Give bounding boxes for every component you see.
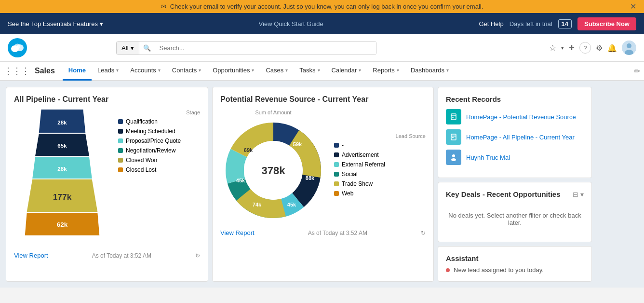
donut-legend-blank: - [334,142,426,149]
svg-text:45k: 45k [287,202,296,207]
revenue-card: Potential Revenue Source - Current Year … [212,87,434,282]
donut-svg: 59k 88k 45k 74k 45k 69k 378k [220,117,326,223]
all-label: All [121,44,128,52]
notif-message: Check your email to verify your account.… [170,3,483,10]
sum-label: Sum of Amount [255,110,291,115]
record-item-1: HomePage - Potential Revenue Source [446,109,584,124]
svg-text:74k: 74k [253,202,262,207]
donut-chart-wrap: 59k 88k 45k 74k 45k 69k 378k [220,117,326,223]
assistant-dot [446,268,450,272]
svg-point-36 [452,154,455,157]
record-icon-3 [446,150,461,165]
search-input[interactable] [155,41,376,55]
donut-legend: Lead Source - Advertisement External Ref… [334,133,426,200]
content-area: All Pipeline - Current Year 28k 65k 28k [0,81,644,288]
days-trial-label: Days left in trial [510,20,552,28]
legend-title: Stage [118,110,200,115]
legend-qualification: Qualification [118,118,200,125]
donut-legend-external-referral: External Referral [334,161,426,168]
assistant-card: Assistant New lead assigned to you today… [438,246,592,282]
quick-start-link[interactable]: View Quick Start Guide [259,20,323,28]
pipeline-card-title: All Pipeline - Current Year [14,95,200,104]
donut-legend-trade-show: Trade Show [334,180,426,187]
nav-edit-icon[interactable]: ✏ [634,67,640,76]
record-link-1[interactable]: HomePage - Potential Revenue Source [466,113,576,121]
all-chevron: ▾ [131,44,134,52]
record-link-2[interactable]: HomePage - All Pipeline - Current Year [466,134,575,141]
assistant-item: New lead assigned to you today. [446,266,584,274]
donut-legend-label-5: Trade Show [342,180,373,187]
filter-icon[interactable]: ⊟ [573,191,578,198]
revenue-card-title: Potential Revenue Source - Current Year [220,95,426,104]
svg-text:59k: 59k [293,141,302,147]
funnel-svg: 28k 65k 28k 177k 62k [14,110,110,245]
bell-icon[interactable]: 🔔 [607,43,617,53]
top-features-link[interactable]: See the Top Essentials Features ▾ [8,20,103,28]
nav-grid-icon[interactable]: ⋮⋮⋮ [4,66,30,76]
nav-item-contacts[interactable]: Contacts ▾ [166,61,207,81]
revenue-refresh-icon[interactable]: ↻ [421,230,426,236]
donut-legend-label-1: - [342,142,344,149]
svg-text:45k: 45k [236,178,245,183]
help-icon[interactable]: ? [579,42,591,54]
star-dropdown-icon[interactable]: ▾ [561,45,564,51]
recent-records-card: Recent Records HomePage - Potential Reve… [438,87,592,178]
key-deals-empty-msg: No deals yet. Select another filter or c… [446,204,584,234]
add-icon[interactable]: + [569,42,575,54]
subscribe-button[interactable]: Subscribe Now [577,17,636,30]
donut-legend-label-4: Social [342,171,358,178]
svg-text:88k: 88k [306,175,315,181]
search-all-button[interactable]: All ▾ [117,41,139,55]
legend-label-qualification: Qualification [126,118,158,125]
donut-legend-label-3: External Referral [342,161,385,168]
legend-label-proposal: Proposal/Price Quote [126,138,181,144]
nav-item-tasks[interactable]: Tasks ▾ [294,61,325,81]
svg-rect-30 [451,114,456,120]
avatar[interactable] [622,41,636,55]
donut-legend-web: Web [334,190,426,197]
nav-item-home[interactable]: Home [63,61,92,81]
svg-point-2 [14,44,20,49]
record-link-3[interactable]: Huynh Truc Mai [466,154,510,161]
nav-app-name: Sales [35,67,55,75]
donut-legend-advertisement: Advertisement [334,152,426,158]
days-trial-count: 14 [558,19,572,28]
nav-item-accounts[interactable]: Accounts ▾ [124,61,166,81]
funnel-legend: Stage Qualification Meeting Scheduled Pr… [118,110,200,176]
svg-text:65k: 65k [57,143,67,149]
get-help-link[interactable]: Get Help [479,20,503,28]
search-box: All ▾ 🔍 [116,41,376,55]
revenue-card-footer: View Report As of Today at 3:52 AM ↻ [220,229,426,236]
gear-icon[interactable]: ⚙ [596,43,603,53]
nav-item-reports[interactable]: Reports ▾ [367,61,405,81]
svg-rect-33 [451,134,456,140]
close-icon[interactable]: ✕ [630,2,636,11]
pipeline-refresh-icon[interactable]: ↻ [195,252,200,259]
legend-label-closed-lost: Closed Lost [126,166,156,173]
features-label: See the Top Essentials Features [8,20,98,28]
pipeline-view-report-link[interactable]: View Report [14,252,48,259]
revenue-timestamp: As of Today at 3:52 AM [308,230,367,236]
star-icon[interactable]: ☆ [549,43,556,53]
donut-legend-label-6: Web [342,190,353,197]
notification-bar: ✉ Check your email to verify your accoun… [0,0,644,13]
legend-proposal: Proposal/Price Quote [118,138,200,144]
record-icon-1 [446,109,461,124]
svg-text:69k: 69k [244,147,253,153]
svg-point-4 [627,43,631,48]
filter-dropdown-icon[interactable]: ▾ [580,191,584,198]
nav-item-calendar[interactable]: Calendar ▾ [326,61,367,81]
nav-item-dashboards[interactable]: Dashboards ▾ [405,61,455,81]
search-icon: 🔍 [139,41,155,55]
nav-item-leads[interactable]: Leads ▾ [92,61,124,81]
revenue-view-report-link[interactable]: View Report [220,229,255,236]
pipeline-card-footer: View Report As of Today at 3:52 AM ↻ [14,252,200,259]
legend-closed-lost: Closed Lost [118,166,200,173]
nav-item-opportunities[interactable]: Opportunities ▾ [207,61,260,81]
features-chevron: ▾ [100,20,103,28]
legend-label-negotiation: Negotiation/Review [126,147,175,154]
svg-text:62k: 62k [57,221,68,228]
recent-records-title: Recent Records [446,95,584,103]
logo-area [8,38,27,57]
nav-item-cases[interactable]: Cases ▾ [260,61,294,81]
